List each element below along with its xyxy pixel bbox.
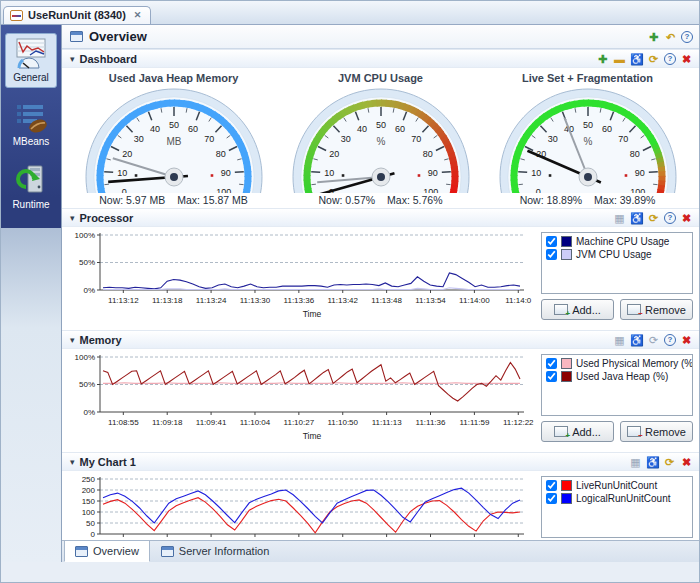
accessibility-icon[interactable]: ♿ xyxy=(646,456,659,468)
section-title: Processor xyxy=(80,212,608,224)
sidebar-item-mbeans[interactable]: MBeans xyxy=(5,98,57,151)
series-name: LiveRunUnitCount xyxy=(576,480,657,491)
help-icon[interactable]: ? xyxy=(664,53,676,65)
add-chart-icon[interactable]: ✚ xyxy=(647,31,660,43)
svg-text:70: 70 xyxy=(618,134,628,144)
series-color-swatch xyxy=(561,236,572,247)
series-color-swatch xyxy=(561,480,572,491)
svg-text:50%: 50% xyxy=(79,380,95,389)
liveset-gauge-dial: 0102030405060708090100% xyxy=(493,85,683,193)
svg-text:200: 200 xyxy=(82,486,96,495)
svg-text:100: 100 xyxy=(82,508,96,517)
legend-item[interactable]: JVM CPU Usage xyxy=(546,249,688,260)
heap-gauge-dial: 0102030405060708090100MB xyxy=(79,85,269,193)
page-title: Overview xyxy=(89,29,641,44)
svg-text:70: 70 xyxy=(411,134,421,144)
dashboard-body: Used Java Heap Memory 010203040506070809… xyxy=(62,68,699,208)
close-section-icon[interactable]: ✖ xyxy=(680,53,693,65)
svg-text:60: 60 xyxy=(394,124,404,134)
legend-item[interactable]: LiveRunUnitCount xyxy=(546,480,688,491)
svg-text:11:11:59: 11:11:59 xyxy=(459,418,490,427)
mychart-chart: 05010015020025011:13:1211:13:1811:13:241… xyxy=(66,474,536,540)
sidebar: General MBeans xyxy=(1,25,62,562)
refresh-icon[interactable]: ⟳ xyxy=(647,334,660,346)
legend-checkbox[interactable] xyxy=(546,371,557,382)
svg-text:11:13:48: 11:13:48 xyxy=(371,296,402,305)
gauge-now: Now: 0.57% xyxy=(318,194,375,206)
accessibility-icon[interactable]: ♿ xyxy=(630,212,643,224)
collapse-icon[interactable]: ▾ xyxy=(70,54,75,64)
refresh-icon[interactable]: ⟳ xyxy=(647,212,660,224)
reset-icon[interactable]: ↶ xyxy=(664,31,677,43)
mbeans-icon xyxy=(14,102,48,134)
cpu-gauge-dial: 0102030405060708090100% xyxy=(286,85,476,193)
accessibility-icon[interactable]: ♿ xyxy=(630,53,643,65)
add-gauge-icon[interactable]: ✚ xyxy=(596,53,609,65)
collapse-icon[interactable]: ▾ xyxy=(70,213,75,223)
svg-text:50: 50 xyxy=(86,519,95,528)
svg-text:11:09:18: 11:09:18 xyxy=(152,418,183,427)
series-color-swatch xyxy=(561,371,572,382)
accessibility-icon[interactable]: ♿ xyxy=(630,334,643,346)
legend-list: Machine CPU UsageJVM CPU Usage xyxy=(541,232,693,294)
gauge-stats: Now: 0.57%Max: 5.76% xyxy=(318,194,442,206)
legend-item[interactable]: Machine CPU Usage xyxy=(546,236,688,247)
overview-tab-icon xyxy=(75,546,88,557)
legend-item[interactable]: Used Java Heap (%) xyxy=(546,371,688,382)
svg-text:80: 80 xyxy=(422,149,432,159)
collapse-icon[interactable]: ▾ xyxy=(70,457,75,467)
editor-tabstrip: UseRunUnit (8340) ✕ xyxy=(1,1,699,25)
legend-checkbox[interactable] xyxy=(546,493,557,504)
legend-item[interactable]: LogicalRunUnitCount xyxy=(546,493,688,504)
tab-overview[interactable]: Overview xyxy=(64,541,150,562)
processor-legend-panel: Machine CPU UsageJVM CPU Usage +Add... −… xyxy=(541,230,693,328)
svg-text:20: 20 xyxy=(329,149,339,159)
tab-close-icon[interactable]: ✕ xyxy=(134,10,142,20)
sidebar-item-runtime[interactable]: Runtime xyxy=(5,161,57,214)
freeze-chart-icon[interactable]: ▦ xyxy=(613,334,626,346)
add-attribute-button[interactable]: +Add... xyxy=(541,421,614,442)
remove-gauge-icon[interactable]: ▬ xyxy=(613,53,626,65)
sidebar-item-general[interactable]: General xyxy=(5,33,57,88)
freeze-chart-icon[interactable]: ▦ xyxy=(613,212,626,224)
svg-text:11:13:54: 11:13:54 xyxy=(415,296,446,305)
svg-text:80: 80 xyxy=(215,149,225,159)
legend-checkbox[interactable] xyxy=(546,358,557,369)
svg-text:11:13:18: 11:13:18 xyxy=(152,296,183,305)
gauge-now: Now: 18.89% xyxy=(520,194,582,206)
legend-buttons: +Add... −Remove xyxy=(541,421,693,442)
close-section-icon[interactable]: ✖ xyxy=(680,212,693,224)
gauge-stats: Now: 18.89%Max: 39.89% xyxy=(520,194,656,206)
section-mychart: ▾ My Chart 1 ▦ ♿ ⟳ ✖ 05010015020025011:1… xyxy=(62,452,699,540)
series-name: LogicalRunUnitCount xyxy=(576,493,671,504)
memory-legend-panel: Used Physical Memory (%)Used Java Heap (… xyxy=(541,352,693,450)
page-header-toolbar: ✚ ↶ ? xyxy=(647,31,693,43)
legend-checkbox[interactable] xyxy=(546,236,557,247)
bottom-tabstrip: Overview Server Information xyxy=(62,540,699,562)
collapse-icon[interactable]: ▾ xyxy=(70,335,75,345)
refresh-icon[interactable]: ⟳ xyxy=(647,53,660,65)
refresh-icon[interactable]: ⟳ xyxy=(663,456,676,468)
tab-server-information[interactable]: Server Information xyxy=(150,541,280,562)
remove-attribute-button[interactable]: −Remove xyxy=(620,421,693,442)
legend-item[interactable]: Used Physical Memory (%) xyxy=(546,358,688,369)
legend-checkbox[interactable] xyxy=(546,480,557,491)
help-icon[interactable]: ? xyxy=(681,31,693,43)
series-color-swatch xyxy=(561,358,572,369)
processor-toolbar: ▦ ♿ ⟳ ? ✖ xyxy=(613,212,693,224)
svg-text:40: 40 xyxy=(150,124,160,134)
runtime-icon xyxy=(14,165,48,197)
legend-list: Used Physical Memory (%)Used Java Heap (… xyxy=(541,354,693,416)
help-icon[interactable]: ? xyxy=(664,334,676,346)
close-section-icon[interactable]: ✖ xyxy=(680,334,693,346)
legend-checkbox[interactable] xyxy=(546,249,557,260)
freeze-chart-icon[interactable]: ▦ xyxy=(629,456,642,468)
remove-attribute-button[interactable]: −Remove xyxy=(620,299,693,320)
editor-tab-userununit[interactable]: UseRunUnit (8340) ✕ xyxy=(3,6,151,24)
svg-text:250: 250 xyxy=(82,475,96,484)
add-attribute-button[interactable]: +Add... xyxy=(541,299,614,320)
svg-text:11:11:13: 11:11:13 xyxy=(372,418,403,427)
help-icon[interactable]: ? xyxy=(664,212,676,224)
section-title: Dashboard xyxy=(80,53,591,65)
close-section-icon[interactable]: ✖ xyxy=(680,456,693,468)
